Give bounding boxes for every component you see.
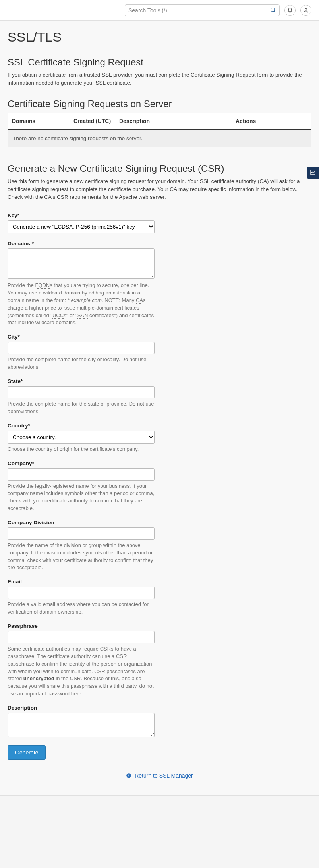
chart-icon <box>310 169 316 177</box>
field-company-division: Company Division Provide the name of the… <box>8 520 155 572</box>
col-header-actions: Actions <box>236 118 307 124</box>
search-tools-wrap[interactable] <box>125 4 280 16</box>
csr-form-heading: SSL Certificate Signing Request <box>8 57 311 68</box>
col-header-description[interactable]: Description <box>119 118 236 124</box>
stats-side-tab[interactable] <box>307 167 319 179</box>
passphrase-help: Some certificate authorities may require… <box>8 645 155 698</box>
company-division-label: Company Division <box>8 520 155 525</box>
key-label: Key* <box>8 212 155 218</box>
company-division-help: Provide the name of the division or grou… <box>8 542 155 572</box>
country-help: Choose the country of origin for the cer… <box>8 446 155 453</box>
notifications-button[interactable] <box>284 5 296 16</box>
search-input[interactable] <box>128 5 270 16</box>
state-input[interactable] <box>8 386 155 398</box>
svg-line-1 <box>274 11 275 12</box>
country-label: Country* <box>8 423 155 429</box>
generate-csr-heading: Generate a New Certificate Signing Reque… <box>8 163 311 174</box>
return-link-wrap: Return to SSL Manager <box>8 772 311 779</box>
company-input[interactable] <box>8 468 155 481</box>
field-country: Country* Choose a country. Choose the co… <box>8 423 155 453</box>
field-company: Company* Provide the legally-registered … <box>8 460 155 512</box>
field-state: State* Provide the complete name for the… <box>8 378 155 416</box>
state-label: State* <box>8 378 155 384</box>
city-input[interactable] <box>8 342 155 354</box>
page-title: SSL/TLS <box>8 29 311 45</box>
domains-textarea[interactable] <box>8 248 155 279</box>
description-label: Description <box>8 705 155 711</box>
city-label: City* <box>8 334 155 340</box>
top-bar <box>0 0 319 21</box>
csr-table-heading: Certificate Signing Requests on Server <box>8 98 311 110</box>
description-textarea[interactable] <box>8 713 155 737</box>
company-division-input[interactable] <box>8 527 155 540</box>
csr-table: Domains Created (UTC) Description Action… <box>8 113 311 147</box>
generate-csr-intro: Use this form to generate a new certific… <box>8 177 311 202</box>
company-help: Provide the legally-registered name for … <box>8 483 155 512</box>
email-label: Email <box>8 579 155 585</box>
csr-intro-text: If you obtain a certificate from a trust… <box>8 71 311 87</box>
passphrase-label: Passphrase <box>8 623 155 629</box>
return-ssl-manager-link[interactable]: Return to SSL Manager <box>126 772 193 779</box>
generate-button[interactable]: Generate <box>8 745 46 760</box>
arrow-left-circle-icon <box>126 773 133 779</box>
email-help: Provide a valid email address where you … <box>8 601 155 616</box>
field-passphrase: Passphrase Some certificate authorities … <box>8 623 155 698</box>
domains-label: Domains * <box>8 241 155 246</box>
field-domains: Domains * Provide the FQDNs that you are… <box>8 241 155 327</box>
svg-point-0 <box>271 8 275 11</box>
table-empty-message: There are no certificate signing request… <box>8 130 311 147</box>
company-label: Company* <box>8 460 155 466</box>
field-description: Description <box>8 705 155 738</box>
col-header-domains[interactable]: Domains <box>12 118 73 124</box>
key-select[interactable]: Generate a new "ECDSA, P-256 (prime256v1… <box>8 220 155 233</box>
account-button[interactable] <box>300 5 311 16</box>
email-input[interactable] <box>8 587 155 599</box>
search-icon[interactable] <box>270 7 276 14</box>
country-select[interactable]: Choose a country. <box>8 431 155 444</box>
table-header-row: Domains Created (UTC) Description Action… <box>8 113 311 130</box>
col-header-created[interactable]: Created (UTC) <box>73 118 119 124</box>
svg-point-2 <box>305 8 307 10</box>
passphrase-input[interactable] <box>8 631 155 643</box>
city-help: Provide the complete name for the city o… <box>8 356 155 371</box>
field-key: Key* Generate a new "ECDSA, P-256 (prime… <box>8 212 155 233</box>
state-help: Provide the complete name for the state … <box>8 400 155 416</box>
field-city: City* Provide the complete name for the … <box>8 334 155 371</box>
svg-point-3 <box>126 773 131 778</box>
domains-help: Provide the FQDNs that you are trying to… <box>8 282 155 327</box>
field-email: Email Provide a valid email address wher… <box>8 579 155 616</box>
